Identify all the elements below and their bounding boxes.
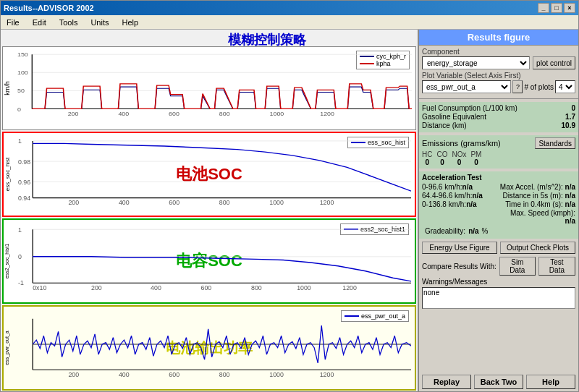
emissions-co-value: 0 (436, 158, 447, 166)
svg-text:600: 600 (169, 199, 179, 205)
accel-section: Acceleration Test 0-96.6 km/h:n/a Max Ac… (419, 171, 578, 239)
main-title: 模糊控制策略 (117, 31, 418, 48)
battery-soc-svg: 1 0.98 0.96 0.94 200 (18, 137, 411, 205)
gradeability-label: Gradeability: (425, 227, 465, 235)
gradeability-value: n/a (468, 227, 478, 235)
svg-text:0.96: 0.96 (18, 179, 30, 186)
svg-text:800: 800 (219, 371, 230, 378)
accel-rval-2: n/a (565, 200, 575, 208)
output-check-button[interactable]: Output Check Plots (500, 242, 575, 254)
minimize-btn[interactable]: _ (538, 3, 549, 13)
emissions-pm-header: PM (470, 150, 481, 158)
compare-row: Compare Results With: Sim Data Test Data (419, 255, 578, 277)
svg-text:600: 600 (169, 111, 179, 117)
replay-button[interactable]: Replay (422, 375, 471, 389)
window-controls: _ □ × (538, 3, 575, 13)
component-select[interactable]: energy_storage (422, 56, 530, 69)
accel-rval-0: n/a (565, 183, 575, 191)
main-content: 模糊控制策略 km/h cyc_kph_r kpha (1, 30, 578, 391)
accel-val-2: n/a (466, 200, 476, 208)
accel-right-3: Max. Speed (kmph): n/a (499, 209, 575, 225)
svg-text:100: 100 (17, 70, 28, 76)
accel-row-2: 0-136.8 km/h:n/a Time in 0.4km (s): n/a (422, 200, 575, 208)
emissions-nox-header: NOx (452, 150, 466, 158)
close-btn[interactable]: × (564, 3, 575, 13)
svg-text:400: 400 (119, 199, 130, 205)
right-panel: Results figure Component energy_storage … (418, 30, 578, 391)
fuel-consumption-value: 0 (571, 104, 575, 112)
svg-text:200: 200 (68, 111, 79, 117)
accel-label-1: 64.4-96.6 km/h:n/a (422, 192, 499, 200)
svg-text:1: 1 (18, 226, 22, 234)
emissions-hc-header: HC (422, 150, 432, 158)
svg-text:600: 600 (169, 371, 179, 378)
emissions-nox-value: 0 (452, 158, 466, 166)
plot-control-button[interactable]: plot control (533, 56, 575, 69)
svg-text:0.98: 0.98 (18, 158, 30, 166)
sim-data-button[interactable]: Sim Data (499, 257, 536, 276)
svg-text:150: 150 (17, 52, 28, 58)
menu-tools[interactable]: Tools (56, 18, 81, 27)
svg-text:200: 200 (68, 371, 79, 378)
distance-row: Distance (km) 10.9 (422, 122, 575, 129)
fuel-consumption-row: Fuel Consumption (L/100 km) 0 (422, 104, 575, 112)
svg-text:1000: 1000 (270, 111, 284, 117)
svg-text:50: 50 (17, 88, 25, 94)
battery-soc-plot: ess_soc_hist ess_soc_hist 电池SOC 1 0.98 0… (2, 132, 416, 217)
gradeability-row: Gradeability: n/a % (422, 226, 575, 237)
svg-text:800: 800 (219, 199, 230, 205)
bottom-buttons: Replay Back Two Help (419, 372, 578, 391)
emissions-header: Emissions (grams/km) Standards (422, 137, 575, 149)
help-button[interactable]: Help (526, 375, 575, 389)
emissions-section: Emissions (grams/km) Standards HC 0 CO 0… (419, 135, 578, 169)
svg-text:200: 200 (91, 284, 102, 291)
plot-var-help-button[interactable]: ? (512, 80, 523, 93)
plot-var-select[interactable]: ess_pwr_out_a (422, 80, 511, 93)
main-window: Results--ADVISOR 2002 _ □ × File Edit To… (0, 0, 579, 392)
energy-use-button[interactable]: Energy Use Figure (422, 242, 497, 254)
cap-soc-canvas: 1 0 -1 0x10 200 400 (18, 223, 411, 291)
svg-text:1200: 1200 (342, 284, 357, 291)
test-data-button[interactable]: Test Data (538, 257, 575, 276)
accel-title: Acceleration Test (422, 174, 575, 182)
svg-text:600: 600 (201, 284, 212, 291)
svg-text:0x10: 0x10 (33, 284, 46, 291)
gasoline-label: Gasoline Equivalent (422, 113, 486, 121)
svg-text:0: 0 (17, 106, 21, 112)
capacitor-soc-ylabel: ess2_soc_hist1 (4, 244, 9, 278)
svg-text:400: 400 (119, 371, 130, 378)
battery-soc-canvas: 1 0.98 0.96 0.94 200 (18, 137, 411, 205)
back-two-button[interactable]: Back Two (474, 375, 523, 389)
accel-row-3: Max. Speed (kmph): n/a (422, 209, 575, 225)
maximize-btn[interactable]: □ (551, 3, 562, 13)
battery-power-canvas: 200 400 600 800 1000 1200 (18, 310, 411, 378)
nplots-select[interactable]: 4 (555, 80, 575, 93)
title-bar: Results--ADVISOR 2002 _ □ × (1, 1, 578, 15)
menu-help[interactable]: Help (119, 18, 141, 27)
speed-canvas: 150 100 50 0 (17, 51, 412, 119)
battery-power-plot: ess_pwr_out_a ess_pwr_out_a 电池输出功率 (2, 305, 416, 391)
distance-label: Distance (km) (422, 122, 467, 129)
svg-text:1: 1 (18, 138, 22, 145)
fuel-section: Fuel Consumption (L/100 km) 0 Gasoline E… (419, 102, 578, 132)
action-buttons-row: Energy Use Figure Output Check Plots (419, 240, 578, 255)
component-row: energy_storage plot control (422, 56, 575, 69)
accel-label-2: 0-136.8 km/h:n/a (422, 200, 499, 208)
menu-edit[interactable]: Edit (30, 18, 49, 27)
accel-label-0: 0-96.6 km/h:n/a (422, 183, 499, 191)
speed-ylabel: km/h (4, 81, 11, 95)
menu-units[interactable]: Units (88, 18, 111, 27)
accel-right-1: Distance in 5s (m): n/a (499, 192, 575, 200)
svg-text:1200: 1200 (320, 111, 334, 117)
nplots-label: # of plots (524, 83, 554, 91)
accel-val-0: n/a (462, 183, 473, 191)
capacitor-soc-plot: ess2_soc_hist1 ess2_soc_hist1 电容SOC 1 0 … (2, 218, 416, 304)
standards-button[interactable]: Standards (535, 137, 575, 149)
emissions-hc-value: 0 (422, 158, 432, 166)
emissions-cols: HC 0 CO 0 NOx 0 PM 0 (422, 150, 575, 166)
gasoline-row: Gasoline Equivalent 1.7 (422, 113, 575, 121)
svg-text:200: 200 (68, 199, 79, 205)
menu-file[interactable]: File (4, 18, 22, 27)
svg-text:0: 0 (18, 254, 22, 261)
svg-text:1000: 1000 (269, 199, 284, 205)
